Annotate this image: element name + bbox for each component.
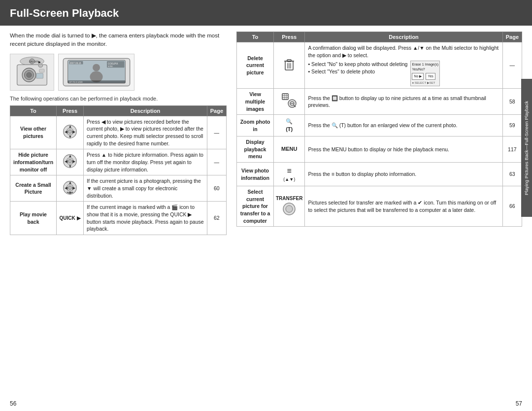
r4-page: 117 bbox=[502, 137, 522, 163]
monitor-diagram: 2007.06.16 COOLPIX S700 3/7 F2.8 1/100 bbox=[58, 54, 134, 91]
svg-text:▼: ▼ bbox=[68, 135, 72, 139]
table-row: View otherpictures ◀ ▶ ▲ bbox=[10, 116, 227, 149]
table-row: Delete currentpicture bbox=[237, 42, 522, 89]
r5-press: ≡ (▲▼) bbox=[274, 163, 305, 186]
row2-page: — bbox=[207, 149, 226, 175]
r6-desc: Pictures selected for transfer are marke… bbox=[305, 186, 502, 227]
right-th-to: To bbox=[237, 32, 274, 42]
svg-text:3/7        F2.8  1/100: 3/7 F2.8 1/100 bbox=[69, 81, 83, 83]
table-row: Zoom photo in 🔍 (T) Press the 🔍 (T) butt… bbox=[237, 115, 522, 137]
r1-page: — bbox=[502, 42, 522, 89]
svg-rect-49 bbox=[282, 94, 288, 100]
svg-text:COOLPIX: COOLPIX bbox=[107, 63, 118, 65]
svg-text:2007.06.16: 2007.06.16 bbox=[69, 62, 81, 65]
side-tab: Playing Pictures Back—Full-Screen Playba… bbox=[521, 79, 532, 217]
svg-point-38 bbox=[68, 186, 72, 189]
row4-desc: If the current image is marked with a 🎬 … bbox=[84, 202, 207, 235]
r1-desc: A confirmation dialog will be displayed.… bbox=[305, 42, 502, 89]
r2-desc: Press the 🔲 button to display up to nine… bbox=[305, 89, 502, 115]
row4-page: 62 bbox=[207, 202, 226, 235]
r2-press bbox=[274, 89, 305, 115]
transfer-button-label: TRANSFER bbox=[276, 195, 302, 202]
r3-to: Zoom photo in bbox=[237, 115, 274, 137]
left-th-desc: Description bbox=[84, 105, 207, 116]
svg-text:▲: ▲ bbox=[68, 124, 72, 129]
row3-desc: If the current picture is a photograph, … bbox=[84, 175, 207, 202]
svg-text:◀: ◀ bbox=[65, 159, 68, 164]
svg-text:▶: ▶ bbox=[72, 185, 76, 190]
quick-button-label: QUICK ▶ bbox=[59, 215, 81, 222]
right-th-press: Press bbox=[274, 32, 305, 42]
r1-to: Delete currentpicture bbox=[237, 42, 274, 89]
table-row: Display playbackmenu MENU Press the MENU… bbox=[237, 137, 522, 163]
right-th-desc: Description bbox=[305, 32, 502, 42]
page-title: Full-Screen Playback bbox=[10, 7, 522, 20]
r3-press: 🔍 (T) bbox=[274, 115, 305, 137]
svg-point-6 bbox=[27, 72, 32, 77]
camera-images: ON OFF bbox=[10, 54, 227, 91]
svg-text:▶: ▶ bbox=[38, 60, 41, 63]
row1-press: ◀ ▶ ▲ ▼ bbox=[57, 116, 84, 149]
svg-point-31 bbox=[68, 160, 72, 163]
svg-text:▶: ▶ bbox=[72, 159, 76, 164]
svg-text:◀: ◀ bbox=[65, 130, 68, 134]
r5-page: 63 bbox=[502, 163, 522, 186]
row2-desc: Press ▲ to hide picture information. Pre… bbox=[84, 149, 207, 175]
transfer-circle-icon bbox=[282, 202, 296, 216]
r6-press: TRANSFER bbox=[274, 186, 305, 227]
row1-desc: Press ◀ to view pictures recorded before… bbox=[84, 116, 207, 149]
content-area: When the mode dial is turned to ▶, the c… bbox=[0, 32, 532, 396]
svg-point-7 bbox=[38, 64, 43, 67]
info-button-icon: ≡ (▲▼) bbox=[276, 166, 302, 183]
header-banner: Full-Screen Playback bbox=[0, 0, 532, 26]
r4-desc: Press the MENU button to display or hide… bbox=[305, 137, 502, 163]
right-th-page: Page bbox=[502, 32, 522, 42]
svg-text:▶: ▶ bbox=[72, 130, 76, 134]
table-row: Hide pictureinformation/turnmonitor off … bbox=[10, 149, 227, 175]
row2-press: ◀ ▶ ▲ ▼ bbox=[57, 149, 84, 175]
left-table: To Press Description Page View otherpict… bbox=[10, 105, 227, 236]
svg-text:▲: ▲ bbox=[68, 154, 72, 158]
left-th-to: To bbox=[10, 105, 57, 116]
svg-text:◀: ◀ bbox=[65, 185, 68, 190]
svg-text:▲: ▲ bbox=[68, 180, 72, 185]
side-tab-text: Playing Pictures Back—Full-Screen Playba… bbox=[524, 101, 530, 195]
page-number-left: 56 bbox=[10, 400, 16, 407]
row3-press: ◀ ▶ ▲ ▼ bbox=[57, 175, 84, 202]
r4-press: MENU bbox=[274, 137, 305, 163]
svg-text:S700: S700 bbox=[107, 65, 112, 68]
r3-page: 59 bbox=[502, 115, 522, 137]
left-th-press: Press bbox=[57, 105, 84, 116]
table-row: Select currentpicture fortransfer to aco… bbox=[237, 186, 522, 227]
left-th-page: Page bbox=[207, 105, 226, 116]
row3-to: Create a SmallPicture bbox=[10, 175, 57, 202]
svg-rect-9 bbox=[36, 73, 43, 78]
footer: 56 57 bbox=[0, 396, 532, 411]
row1-to: View otherpictures bbox=[10, 116, 57, 149]
table-row: Create a SmallPicture ◀ ▶ ▲ ▼ bbox=[10, 175, 227, 202]
r6-page: 66 bbox=[502, 186, 522, 227]
table-row: View photoinformation ≡ (▲▼) Press the ≡… bbox=[237, 163, 522, 186]
svg-text:ON  OFF: ON OFF bbox=[29, 60, 39, 63]
svg-point-24 bbox=[68, 130, 72, 134]
table-row: Play movie back QUICK ▶ If the current i… bbox=[10, 202, 227, 235]
page-container: Full-Screen Playback When the mode dial … bbox=[0, 0, 532, 411]
r3-desc: Press the 🔍 (T) button for an enlarged v… bbox=[305, 115, 502, 137]
t-button: 🔍 (T) bbox=[276, 118, 302, 133]
r6-to: Select currentpicture fortransfer to aco… bbox=[237, 186, 274, 227]
svg-point-59 bbox=[286, 206, 293, 212]
svg-rect-8 bbox=[39, 69, 44, 72]
menu-button-label: MENU bbox=[276, 145, 302, 153]
right-panel: To Press Description Page Delete current… bbox=[236, 32, 522, 396]
svg-text:▼: ▼ bbox=[68, 165, 72, 169]
r1-press bbox=[274, 42, 305, 89]
page-number-right: 57 bbox=[516, 400, 522, 407]
grid-zoom-icon bbox=[281, 93, 297, 108]
table-row: View multipleimages bbox=[237, 89, 522, 115]
trash-icon bbox=[283, 58, 295, 71]
row4-to: Play movie back bbox=[10, 202, 57, 235]
main-content: Full-Screen Playback When the mode dial … bbox=[0, 0, 532, 411]
row3-page: 60 bbox=[207, 175, 226, 202]
svg-point-13 bbox=[93, 64, 100, 71]
row4-press: QUICK ▶ bbox=[57, 202, 84, 235]
